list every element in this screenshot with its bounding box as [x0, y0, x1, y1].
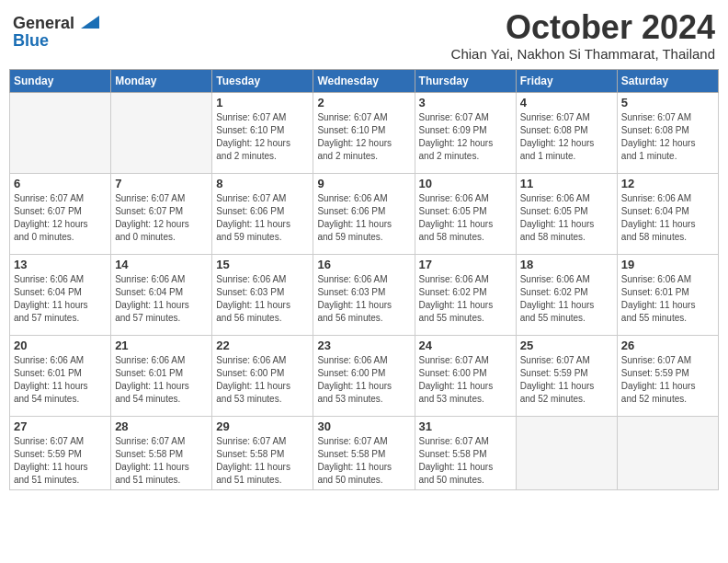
day-info: Sunrise: 6:07 AM Sunset: 6:07 PM Dayligh…	[14, 192, 107, 244]
day-number: 8	[216, 177, 309, 190]
logo: General Blue	[13, 15, 99, 50]
calendar-cell: 11Sunrise: 6:06 AM Sunset: 6:05 PM Dayli…	[516, 173, 617, 254]
day-info: Sunrise: 6:07 AM Sunset: 5:59 PM Dayligh…	[621, 354, 714, 406]
day-info: Sunrise: 6:06 AM Sunset: 6:00 PM Dayligh…	[317, 354, 410, 406]
day-info: Sunrise: 6:06 AM Sunset: 6:05 PM Dayligh…	[520, 192, 613, 244]
day-info: Sunrise: 6:06 AM Sunset: 6:02 PM Dayligh…	[419, 273, 512, 325]
day-info: Sunrise: 6:06 AM Sunset: 6:04 PM Dayligh…	[14, 273, 107, 325]
calendar-cell: 2Sunrise: 6:07 AM Sunset: 6:10 PM Daylig…	[313, 92, 415, 173]
day-number: 19	[621, 258, 714, 271]
day-number: 16	[317, 258, 410, 271]
day-number: 27	[14, 419, 107, 433]
calendar-cell: 16Sunrise: 6:06 AM Sunset: 6:03 PM Dayli…	[313, 254, 415, 335]
weekday-header-friday: Friday	[516, 69, 617, 92]
logo-general-text: General	[13, 14, 74, 32]
page-header: General Blue October 2024 Chian Yai, Nak…	[9, 9, 719, 62]
day-number: 9	[317, 177, 410, 190]
calendar-cell: 17Sunrise: 6:06 AM Sunset: 6:02 PM Dayli…	[415, 254, 516, 335]
calendar-cell: 19Sunrise: 6:06 AM Sunset: 6:01 PM Dayli…	[617, 254, 718, 335]
day-number: 23	[317, 339, 410, 352]
weekday-header-wednesday: Wednesday	[313, 69, 415, 92]
day-number: 29	[216, 419, 309, 433]
day-number: 26	[621, 339, 714, 352]
month-title: October 2024	[451, 9, 715, 46]
day-number: 5	[621, 96, 714, 109]
weekday-header-sunday: Sunday	[10, 69, 111, 92]
calendar-cell	[516, 416, 617, 489]
calendar-cell: 25Sunrise: 6:07 AM Sunset: 5:59 PM Dayli…	[516, 335, 617, 416]
day-number: 31	[419, 419, 512, 433]
calendar-cell: 9Sunrise: 6:06 AM Sunset: 6:06 PM Daylig…	[313, 173, 415, 254]
calendar-week-row-1: 1Sunrise: 6:07 AM Sunset: 6:10 PM Daylig…	[10, 92, 719, 173]
calendar-cell	[111, 92, 212, 173]
day-number: 3	[419, 96, 512, 109]
calendar-week-row-3: 13Sunrise: 6:06 AM Sunset: 6:04 PM Dayli…	[10, 254, 719, 335]
day-info: Sunrise: 6:07 AM Sunset: 6:10 PM Dayligh…	[317, 111, 410, 163]
day-info: Sunrise: 6:07 AM Sunset: 5:59 PM Dayligh…	[14, 435, 107, 487]
day-number: 24	[419, 339, 512, 352]
location-title: Chian Yai, Nakhon Si Thammarat, Thailand	[451, 46, 715, 62]
day-info: Sunrise: 6:07 AM Sunset: 6:08 PM Dayligh…	[520, 111, 613, 163]
svg-marker-0	[81, 16, 99, 29]
day-info: Sunrise: 6:06 AM Sunset: 6:04 PM Dayligh…	[621, 192, 714, 244]
calendar-cell: 5Sunrise: 6:07 AM Sunset: 6:08 PM Daylig…	[617, 92, 718, 173]
day-number: 21	[115, 339, 208, 352]
calendar-cell: 7Sunrise: 6:07 AM Sunset: 6:07 PM Daylig…	[111, 173, 212, 254]
day-info: Sunrise: 6:06 AM Sunset: 6:01 PM Dayligh…	[621, 273, 714, 325]
day-number: 4	[520, 96, 613, 109]
day-number: 25	[520, 339, 613, 352]
day-info: Sunrise: 6:07 AM Sunset: 6:00 PM Dayligh…	[419, 354, 512, 406]
calendar-cell: 24Sunrise: 6:07 AM Sunset: 6:00 PM Dayli…	[415, 335, 516, 416]
calendar-cell: 20Sunrise: 6:06 AM Sunset: 6:01 PM Dayli…	[10, 335, 111, 416]
day-number: 10	[419, 177, 512, 190]
day-info: Sunrise: 6:06 AM Sunset: 6:02 PM Dayligh…	[520, 273, 613, 325]
day-info: Sunrise: 6:06 AM Sunset: 6:04 PM Dayligh…	[115, 273, 208, 325]
calendar-cell: 23Sunrise: 6:06 AM Sunset: 6:00 PM Dayli…	[313, 335, 415, 416]
calendar-cell: 26Sunrise: 6:07 AM Sunset: 5:59 PM Dayli…	[617, 335, 718, 416]
calendar-cell: 21Sunrise: 6:06 AM Sunset: 6:01 PM Dayli…	[111, 335, 212, 416]
weekday-header-row: SundayMondayTuesdayWednesdayThursdayFrid…	[10, 69, 719, 92]
day-info: Sunrise: 6:07 AM Sunset: 5:58 PM Dayligh…	[115, 435, 208, 487]
day-info: Sunrise: 6:06 AM Sunset: 6:01 PM Dayligh…	[14, 354, 107, 406]
calendar-cell	[10, 92, 111, 173]
calendar-cell: 6Sunrise: 6:07 AM Sunset: 6:07 PM Daylig…	[10, 173, 111, 254]
day-info: Sunrise: 6:06 AM Sunset: 6:03 PM Dayligh…	[216, 273, 309, 325]
calendar-week-row-2: 6Sunrise: 6:07 AM Sunset: 6:07 PM Daylig…	[10, 173, 719, 254]
weekday-header-tuesday: Tuesday	[212, 69, 313, 92]
day-number: 12	[621, 177, 714, 190]
calendar-cell: 14Sunrise: 6:06 AM Sunset: 6:04 PM Dayli…	[111, 254, 212, 335]
logo-blue-text: Blue	[13, 31, 49, 50]
day-number: 28	[115, 419, 208, 433]
day-number: 7	[115, 177, 208, 190]
calendar-cell: 22Sunrise: 6:06 AM Sunset: 6:00 PM Dayli…	[212, 335, 313, 416]
calendar-table: SundayMondayTuesdayWednesdayThursdayFrid…	[9, 69, 719, 490]
weekday-header-thursday: Thursday	[415, 69, 516, 92]
calendar-cell: 29Sunrise: 6:07 AM Sunset: 5:58 PM Dayli…	[212, 416, 313, 489]
day-info: Sunrise: 6:07 AM Sunset: 5:58 PM Dayligh…	[317, 435, 410, 487]
calendar-cell: 30Sunrise: 6:07 AM Sunset: 5:58 PM Dayli…	[313, 416, 415, 489]
day-number: 2	[317, 96, 410, 109]
day-info: Sunrise: 6:07 AM Sunset: 6:07 PM Dayligh…	[115, 192, 208, 244]
weekday-header-saturday: Saturday	[617, 69, 718, 92]
calendar-cell: 13Sunrise: 6:06 AM Sunset: 6:04 PM Dayli…	[10, 254, 111, 335]
day-number: 15	[216, 258, 309, 271]
calendar-cell: 3Sunrise: 6:07 AM Sunset: 6:09 PM Daylig…	[415, 92, 516, 173]
calendar-cell: 4Sunrise: 6:07 AM Sunset: 6:08 PM Daylig…	[516, 92, 617, 173]
day-info: Sunrise: 6:07 AM Sunset: 6:08 PM Dayligh…	[621, 111, 714, 163]
day-number: 22	[216, 339, 309, 352]
day-info: Sunrise: 6:07 AM Sunset: 5:58 PM Dayligh…	[216, 435, 309, 487]
calendar-cell: 28Sunrise: 6:07 AM Sunset: 5:58 PM Dayli…	[111, 416, 212, 489]
day-number: 17	[419, 258, 512, 271]
day-number: 18	[520, 258, 613, 271]
day-info: Sunrise: 6:07 AM Sunset: 6:09 PM Dayligh…	[419, 111, 512, 163]
day-number: 30	[317, 419, 410, 433]
day-info: Sunrise: 6:07 AM Sunset: 5:59 PM Dayligh…	[520, 354, 613, 406]
day-info: Sunrise: 6:07 AM Sunset: 6:06 PM Dayligh…	[216, 192, 309, 244]
weekday-header-monday: Monday	[111, 69, 212, 92]
title-block: October 2024 Chian Yai, Nakhon Si Thamma…	[451, 9, 715, 62]
calendar-week-row-5: 27Sunrise: 6:07 AM Sunset: 5:59 PM Dayli…	[10, 416, 719, 489]
logo-icon	[81, 16, 99, 29]
day-info: Sunrise: 6:06 AM Sunset: 6:03 PM Dayligh…	[317, 273, 410, 325]
calendar-cell: 10Sunrise: 6:06 AM Sunset: 6:05 PM Dayli…	[415, 173, 516, 254]
day-info: Sunrise: 6:07 AM Sunset: 6:10 PM Dayligh…	[216, 111, 309, 163]
